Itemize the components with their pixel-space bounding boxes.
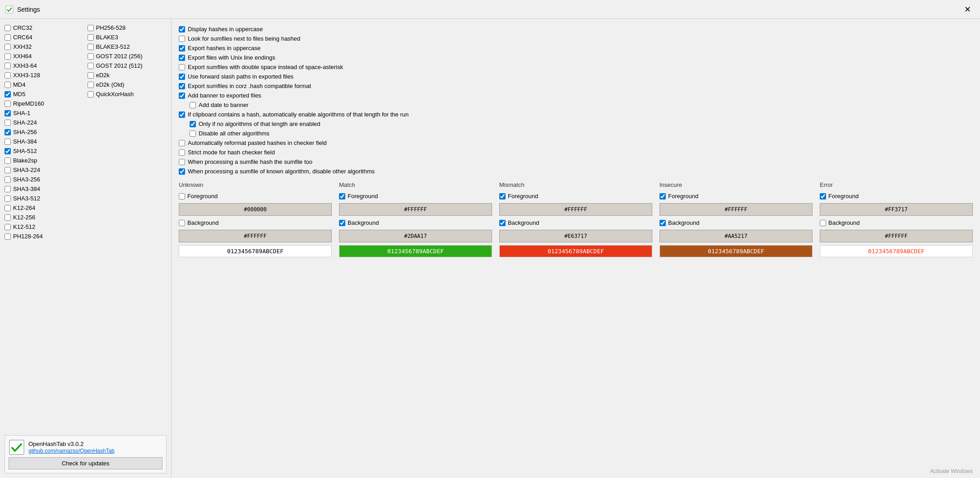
algo-item[interactable]: GOST 2012 (512) [88, 61, 167, 70]
bg-color-button[interactable]: #2DAA17 [339, 230, 492, 242]
algo-item[interactable]: SHA-256 [5, 128, 84, 136]
color-preview-bar: 0123456789ABCDEF [660, 245, 813, 257]
algo-item[interactable]: eD2k (Old) [88, 80, 167, 89]
algo-item[interactable]: SHA-1 [5, 109, 84, 117]
option-row[interactable]: Add date to banner [190, 100, 973, 110]
algo-item[interactable]: XXH32 [5, 42, 84, 51]
algo-item[interactable]: SHA-512 [5, 147, 84, 155]
option-row[interactable]: Display hashes in uppercase [179, 24, 973, 34]
activate-windows-text: Activate Windows [930, 468, 973, 474]
color-group-title: Insecure [660, 181, 813, 188]
bg-checkbox-row[interactable]: Background [660, 218, 813, 227]
option-row[interactable]: Export files with Unix line endings [179, 53, 973, 62]
bg-checkbox-row[interactable]: Background [179, 218, 332, 227]
bg-color-button[interactable]: #FFFFFF [179, 230, 332, 242]
algo-item[interactable]: Blake2sp [5, 156, 84, 165]
color-preview-bar: 0123456789ABCDEF [820, 245, 973, 257]
algo-item[interactable]: K12-256 [5, 213, 84, 222]
algo-item[interactable]: SHA-224 [5, 118, 84, 127]
algo-item[interactable]: MD4 [5, 80, 84, 89]
option-row[interactable]: Look for sumfiles next to files being ha… [179, 34, 973, 43]
right-panel: Display hashes in uppercaseLook for sumf… [172, 19, 980, 478]
algo-item[interactable]: PH256-528 [88, 23, 167, 32]
fg-color-button[interactable]: #FF3717 [820, 203, 973, 216]
bg-checkbox-row[interactable]: Background [820, 218, 973, 227]
bg-checkbox-row[interactable]: Background [499, 218, 652, 227]
fg-color-button[interactable]: #FFFFFF [499, 203, 652, 216]
left-panel: CRC32CRC64XXH32XXH64XXH3-64XXH3-128MD4MD… [0, 19, 172, 478]
color-preview-bar: 0123456789ABCDEF [339, 245, 492, 257]
color-group-title: Error [820, 181, 973, 188]
algo-item[interactable]: SHA3-256 [5, 175, 84, 184]
main-content: CRC32CRC64XXH32XXH64XXH3-64XXH3-128MD4MD… [0, 19, 980, 478]
close-button[interactable]: ✕ [961, 4, 975, 15]
app-link[interactable]: github.com/namazso/OpenHashTab [28, 448, 115, 454]
color-group: ErrorForeground#FF3717Background#FFFFFF0… [820, 181, 973, 257]
option-row[interactable]: When processing a sumfile of known algor… [179, 167, 973, 176]
algo-item[interactable]: eD2k [88, 71, 167, 79]
svg-rect-0 [6, 6, 13, 13]
fg-color-button[interactable]: #FFFFFF [339, 203, 492, 216]
algo-item[interactable]: SHA3-224 [5, 166, 84, 174]
algo-item[interactable]: SHA3-512 [5, 194, 84, 203]
fg-checkbox-row[interactable]: Foreground [660, 192, 813, 200]
bg-color-button[interactable]: #E63717 [499, 230, 652, 242]
fg-checkbox-row[interactable]: Foreground [339, 192, 492, 200]
fg-checkbox-row[interactable]: Foreground [499, 192, 652, 200]
algo-item[interactable]: MD5 [5, 90, 84, 98]
fg-color-button[interactable]: #000000 [179, 203, 332, 216]
app-title-icon [5, 5, 14, 14]
option-row[interactable]: Export sumfiles in corz .hash compatible… [179, 81, 973, 91]
app-info-panel: OpenHashTab v3.0.2 github.com/namazso/Op… [5, 435, 167, 473]
fg-checkbox-row[interactable]: Foreground [820, 192, 973, 200]
option-row[interactable]: Strict mode for hash checker field [179, 148, 973, 157]
algo-item[interactable]: GOST 2012 (256) [88, 52, 167, 60]
color-preview-bar: 0123456789ABCDEF [499, 245, 652, 257]
app-info-row: OpenHashTab v3.0.2 github.com/namazso/Op… [9, 439, 163, 455]
algo-item[interactable]: CRC32 [5, 23, 84, 32]
fg-color-button[interactable]: #FFFFFF [660, 203, 813, 216]
bg-checkbox-row[interactable]: Background [339, 218, 492, 227]
algo-item[interactable]: XXH3-64 [5, 61, 84, 70]
fg-checkbox-row[interactable]: Foreground [179, 192, 332, 200]
app-name: OpenHashTab v3.0.2 [28, 441, 115, 447]
option-row[interactable]: Use forward slash paths in exported file… [179, 72, 973, 81]
algo-item[interactable]: SHA3-384 [5, 185, 84, 193]
options-container: Display hashes in uppercaseLook for sumf… [179, 24, 973, 176]
algo-item[interactable]: BLAKE3 [88, 33, 167, 42]
option-row[interactable]: Automatically reformat pasted hashes in … [179, 138, 973, 148]
algo-item[interactable]: QuickXorHash [88, 90, 167, 98]
algo-item[interactable]: BLAKE3-512 [88, 42, 167, 51]
color-group-title: Match [339, 181, 492, 188]
window-title: Settings [17, 6, 40, 13]
bg-color-button[interactable]: #AA5217 [660, 230, 813, 242]
option-row[interactable]: Export hashes in uppercase [179, 43, 973, 53]
algo-item[interactable]: SHA-384 [5, 137, 84, 146]
option-row[interactable]: Disable all other algorithms [190, 129, 973, 138]
algo-item[interactable]: K12-512 [5, 223, 84, 231]
algo-col-1: CRC32CRC64XXH32XXH64XXH3-64XXH3-128MD4MD… [5, 23, 84, 431]
algo-item[interactable]: RipeMD160 [5, 99, 84, 108]
algorithm-list: CRC32CRC64XXH32XXH64XXH3-64XXH3-128MD4MD… [5, 23, 167, 431]
option-row[interactable]: If clipboard contains a hash, automatica… [179, 110, 973, 119]
option-row[interactable]: Add banner to exported files [179, 91, 973, 100]
algo-col-2: PH256-528BLAKE3BLAKE3-512GOST 2012 (256)… [88, 23, 167, 431]
color-group: UnknownForeground#000000Background#FFFFF… [179, 181, 332, 257]
algo-item[interactable]: K12-264 [5, 204, 84, 212]
color-group: MatchForeground#FFFFFFBackground#2DAA170… [339, 181, 492, 257]
algo-item[interactable]: XXH3-128 [5, 71, 84, 79]
algo-item[interactable]: PH128-264 [5, 232, 84, 241]
svg-rect-1 [9, 440, 24, 455]
app-info-text: OpenHashTab v3.0.2 github.com/namazso/Op… [28, 441, 115, 454]
option-row[interactable]: When processing a sumfile hash the sumfi… [179, 157, 973, 167]
option-row[interactable]: Only if no algorithms of that length are… [190, 119, 973, 129]
color-group: InsecureForeground#FFFFFFBackground#AA52… [660, 181, 813, 257]
app-logo-icon [9, 439, 25, 455]
color-group: MismatchForeground#FFFFFFBackground#E637… [499, 181, 652, 257]
check-updates-button[interactable]: Check for updates [9, 457, 163, 469]
algo-item[interactable]: CRC64 [5, 33, 84, 42]
algo-item[interactable]: XXH64 [5, 52, 84, 60]
color-group-title: Mismatch [499, 181, 652, 188]
bg-color-button[interactable]: #FFFFFF [820, 230, 973, 242]
option-row[interactable]: Export sumfiles with double space instea… [179, 62, 973, 72]
